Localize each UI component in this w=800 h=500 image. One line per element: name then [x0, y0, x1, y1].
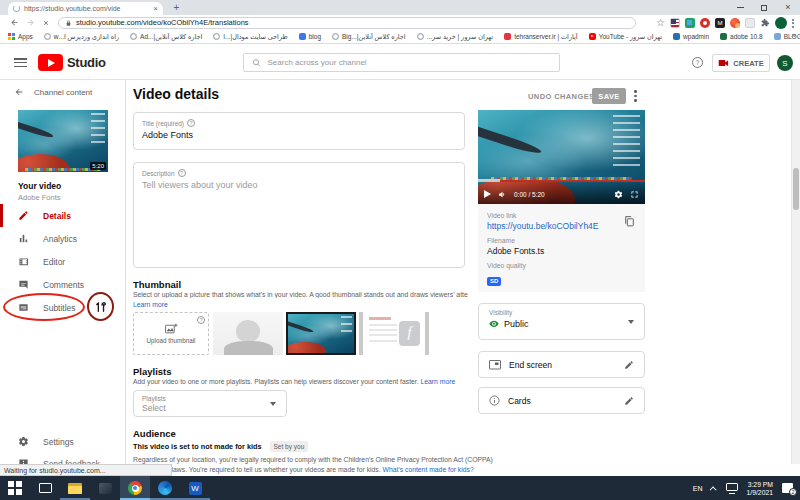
scrollbar-thumb[interactable] — [793, 168, 799, 210]
sidebar-item-editor[interactable]: Editor — [0, 250, 125, 273]
back-button[interactable] — [6, 16, 22, 29]
dark-app-button[interactable] — [90, 476, 120, 500]
video-link-url[interactable]: https://youtu.be/koCObilYh4E — [487, 221, 636, 231]
playlists-select[interactable]: Playlists Select — [133, 390, 287, 417]
bookmark-item[interactable]: اجاره کلاس آنلاین|...Ad — [130, 33, 202, 41]
save-button[interactable]: SAVE — [592, 88, 626, 104]
thumbnail-learn-more-link[interactable]: Learn more — [133, 301, 168, 308]
end-screen-row[interactable]: End screen — [478, 351, 645, 378]
new-tab-button[interactable]: + — [170, 2, 183, 15]
sidebar-item-details[interactable]: Details — [0, 204, 125, 227]
bookmark-item[interactable]: طراحی سایت مودال|...ا — [213, 33, 287, 41]
minimize-button[interactable] — [728, 0, 752, 15]
chrome-taskbar-button[interactable] — [120, 476, 150, 500]
sidebar-item-comments[interactable]: Comments — [0, 273, 125, 296]
file-explorer-button[interactable] — [60, 476, 90, 500]
cards-row[interactable]: Cards — [478, 387, 645, 414]
sidebar-item-settings[interactable]: Settings — [0, 430, 125, 453]
description-field[interactable]: Description? Tell viewers about your vid… — [133, 162, 465, 268]
forward-button[interactable] — [22, 16, 38, 29]
bookmark-item[interactable]: راه اندازی وردپرس ا...w — [44, 33, 119, 41]
help-icon[interactable]: ? — [187, 119, 195, 127]
help-button[interactable]: ? — [692, 57, 703, 68]
auto-thumbnail-2-selected[interactable] — [286, 312, 356, 355]
bookmarks-bar: Apps راه اندازی وردپرس ا...w اجاره کلاس … — [0, 30, 800, 44]
bookmark-star-icon[interactable]: ☆ — [656, 18, 665, 28]
playlists-learn-more-link[interactable]: Learn more — [421, 378, 456, 385]
volume-icon[interactable] — [498, 190, 507, 199]
bookmarks-overflow-chevron[interactable]: » — [792, 31, 796, 40]
bookmark-apps[interactable]: Apps — [8, 33, 33, 40]
playlists-heading: Playlists — [133, 366, 172, 377]
undo-changes-button[interactable]: UNDO CHANGES — [528, 92, 594, 101]
bookmark-item[interactable]: wpadmin — [673, 33, 709, 40]
extensions-puzzle-icon[interactable] — [760, 18, 770, 28]
m-extension-icon[interactable]: M — [715, 18, 725, 28]
bookmark-item[interactable]: اجاره کلاس آنلاین|...Big — [332, 33, 406, 41]
browser-tab[interactable]: https://studio.youtube.com/vide × — [8, 2, 163, 15]
tab-close-icon[interactable]: × — [153, 5, 158, 12]
sidebar-video-thumbnail[interactable]: 5:20 — [18, 110, 108, 172]
scrollbar-track[interactable] — [791, 80, 800, 464]
bookmark-item[interactable]: blog — [299, 33, 321, 40]
network-icon[interactable] — [726, 483, 738, 493]
made-for-kids-link[interactable]: What's content made for kids? — [383, 466, 474, 473]
channel-search[interactable] — [243, 53, 560, 72]
create-button[interactable]: CREATE — [712, 54, 770, 72]
edge-taskbar-button[interactable] — [150, 476, 180, 500]
player-controls: 0:00 / 5:20 — [478, 180, 645, 204]
search-input[interactable] — [267, 58, 551, 67]
play-button[interactable] — [484, 190, 491, 198]
filename-value: Adobe Fonts.ts — [487, 246, 636, 256]
bookmark-item[interactable]: YouTube - تهران سرور — [589, 33, 662, 41]
taskbar-clock[interactable]: 3:29 PM 1/9/2021 — [747, 481, 773, 496]
hamburger-menu-icon[interactable] — [14, 58, 27, 67]
edit-pencil-icon[interactable] — [624, 360, 634, 370]
thumbnail-heading: Thumbnail — [133, 279, 181, 290]
fullscreen-icon[interactable] — [630, 190, 639, 199]
video-player[interactable]: 0:00 / 5:20 — [478, 110, 645, 204]
stop-loading-button[interactable] — [38, 16, 54, 29]
upload-thumbnail-button[interactable]: ? Upload thumbnail — [133, 312, 209, 355]
visibility-dropdown[interactable]: Visibility Public — [478, 303, 645, 340]
title-field[interactable]: Title (required)? Adobe Fonts — [133, 112, 465, 150]
system-tray: EN 3:29 PM 1/9/2021 2 — [693, 476, 794, 500]
copy-icon[interactable] — [623, 214, 636, 229]
flag-extension-icon[interactable] — [670, 18, 680, 28]
player-time: 0:00 / 5:20 — [514, 191, 545, 198]
auto-thumbnail-1[interactable] — [213, 312, 283, 355]
help-icon[interactable]: ? — [197, 316, 205, 324]
edit-pencil-icon[interactable] — [624, 396, 634, 406]
browser-profile-avatar[interactable] — [775, 17, 787, 29]
tray-chevron-up-icon[interactable] — [709, 486, 716, 493]
channel-content-back[interactable]: Channel content — [14, 87, 92, 97]
bookmark-item[interactable]: BLOGFA :: Free Persi... — [774, 33, 800, 40]
sidebar-item-subtitles[interactable]: Subtitles — [0, 296, 125, 319]
bookmark-item[interactable]: tehranserver.ir | آپارات — [504, 33, 578, 41]
minimize-icon — [737, 7, 744, 8]
language-indicator[interactable]: EN — [693, 485, 703, 492]
maximize-button[interactable] — [752, 0, 776, 15]
auto-thumbnail-3[interactable]: f — [359, 312, 429, 355]
word-taskbar-button[interactable]: W — [180, 476, 210, 500]
camera-extension-icon[interactable] — [700, 18, 710, 28]
sidebar-item-analytics[interactable]: Analytics — [0, 227, 125, 250]
address-bar[interactable]: studio.youtube.com/video/koCObilYh4E/tra… — [58, 17, 636, 29]
green-extension-icon[interactable] — [685, 18, 695, 28]
player-settings-gear-icon[interactable] — [614, 190, 623, 199]
end-screen-label: End screen — [509, 360, 616, 370]
colorwheel-extension-icon[interactable] — [730, 18, 740, 28]
task-view-button[interactable] — [30, 476, 60, 500]
pale-extension-icon[interactable] — [745, 18, 755, 28]
help-icon[interactable]: ? — [178, 169, 186, 177]
browser-menu-icon[interactable] — [792, 19, 794, 28]
youtube-favicon-icon — [589, 33, 596, 40]
more-options-icon[interactable] — [634, 90, 637, 102]
close-window-button[interactable]: × — [776, 0, 800, 15]
start-button[interactable] — [0, 476, 30, 500]
action-center-icon[interactable]: 2 — [782, 483, 794, 494]
account-avatar[interactable]: S — [777, 55, 793, 71]
bookmark-item[interactable]: تهران سرور | خرید سر... — [417, 33, 493, 41]
bookmark-item[interactable]: adobe 10.8 — [720, 33, 763, 40]
youtube-studio-logo[interactable]: Studio — [38, 54, 106, 71]
